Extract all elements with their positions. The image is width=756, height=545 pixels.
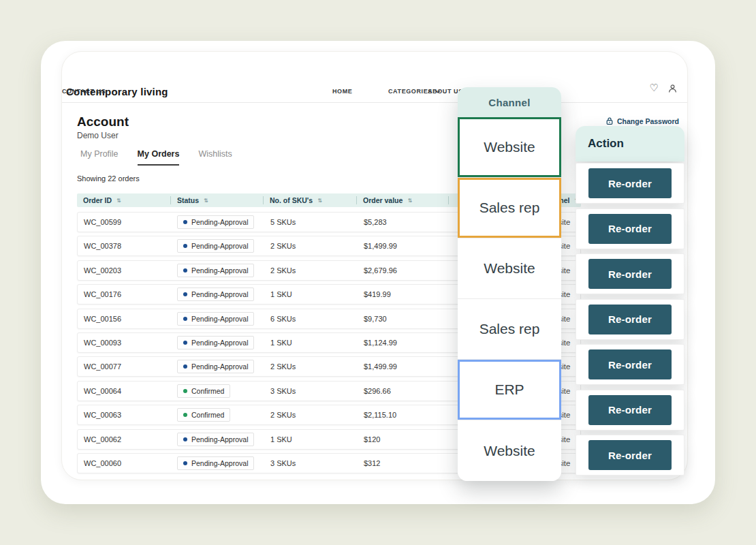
sku-count-cell: 2 SKUs	[264, 242, 358, 250]
channel-value-cell[interactable]: ERP	[458, 360, 561, 420]
tab[interactable]: Wishlists	[198, 149, 232, 166]
status-dot-icon	[183, 292, 187, 296]
order-value-cell: $120	[358, 435, 450, 443]
sku-count-cell: 1 SKU	[264, 290, 358, 298]
status-badge: Pending-Approval	[177, 360, 254, 373]
tab[interactable]: My Profile	[80, 149, 119, 166]
lock-icon	[605, 116, 614, 125]
order-value-cell: $1,499.99	[358, 242, 450, 250]
channel-overlay-cells: WebsiteSales repWebsiteSales repERPWebsi…	[458, 117, 561, 481]
order-id-cell: WC_00060	[78, 459, 172, 467]
action-overlay-rows: Re-order Re-order Re-order Re-order Re-o…	[576, 163, 684, 476]
topbar-icons: ♡	[650, 83, 678, 93]
reorder-button[interactable]: Re-order	[588, 395, 672, 425]
sku-count-cell: 5 SKUs	[264, 218, 358, 226]
status-dot-icon	[183, 244, 187, 248]
channel-value-cell[interactable]: Sales rep	[458, 178, 561, 238]
order-id-cell: WC_00093	[78, 339, 172, 347]
order-value-cell: $419.99	[358, 290, 450, 298]
channel-value-cell[interactable]: Sales rep	[458, 299, 561, 360]
channel-value-cell[interactable]: Website	[458, 420, 561, 481]
status-dot-icon	[183, 341, 187, 345]
action-row: Re-order	[576, 253, 684, 294]
change-password-label: Change Password	[617, 117, 679, 125]
col-header-order-id[interactable]: Order ID⇅	[77, 193, 171, 207]
channel-column-overlay: Channel WebsiteSales repWebsiteSales rep…	[458, 87, 561, 481]
nav-item[interactable]: CONTACT US	[62, 88, 106, 95]
channel-overlay-title: Channel	[458, 87, 561, 117]
tab[interactable]: My Orders	[138, 149, 180, 166]
order-value-cell: $1,124.99	[358, 339, 450, 347]
status-badge: Pending-Approval	[177, 456, 254, 470]
order-id-cell: WC_00599	[78, 218, 172, 226]
screenshot-stage: Contemporary living HOME CATEGORIES ABOU…	[0, 0, 756, 545]
order-value-cell: $312	[358, 459, 450, 467]
action-row: Re-order	[576, 163, 684, 204]
account-person-icon[interactable]	[667, 84, 678, 93]
status-dot-icon	[183, 437, 187, 441]
status-badge: Pending-Approval	[177, 312, 254, 326]
order-id-cell: WC_00064	[78, 387, 172, 395]
status-dot-icon	[183, 317, 187, 321]
status-badge: Pending-Approval	[177, 239, 254, 253]
order-value-cell: $2,679.96	[358, 266, 450, 275]
status-dot-icon	[183, 220, 187, 224]
sku-count-cell: 1 SKU	[264, 435, 358, 443]
status-badge: Pending-Approval	[177, 287, 254, 301]
sku-count-cell: 3 SKUs	[264, 459, 358, 467]
wishlist-heart-icon[interactable]: ♡	[650, 83, 659, 93]
order-id-cell: WC_00063	[78, 411, 172, 419]
action-row: Re-order	[576, 344, 684, 385]
status-badge: Pending-Approval	[177, 336, 254, 349]
sku-count-cell: 2 SKUs	[264, 266, 358, 275]
order-id-cell: WC_00077	[78, 362, 172, 371]
sort-icon: ⇅	[204, 198, 208, 204]
order-value-cell: $9,730	[358, 315, 450, 323]
sku-count-cell: 6 SKUs	[264, 315, 358, 323]
sku-count-cell: 3 SKUs	[264, 387, 358, 395]
status-dot-icon	[183, 364, 187, 369]
status-badge: Confirmed	[177, 408, 230, 422]
status-dot-icon	[183, 268, 187, 272]
action-column-overlay: Action Re-order Re-order Re-order Re-ord…	[576, 126, 684, 477]
order-value-cell: $2,115.10	[358, 411, 450, 419]
sort-icon: ⇅	[407, 198, 412, 204]
sort-icon: ⇅	[317, 198, 322, 204]
order-id-cell: WC_00378	[78, 242, 172, 250]
main-nav: HOME CATEGORIES ABOUT US CONTACT US	[62, 88, 687, 99]
order-id-cell: WC_00156	[78, 315, 172, 323]
action-row: Re-order	[576, 435, 684, 476]
status-dot-icon	[183, 389, 187, 393]
orders-count-text: Showing 22 orders	[77, 174, 140, 183]
sku-count-cell: 1 SKU	[264, 339, 358, 347]
action-overlay-title: Action	[576, 126, 684, 161]
status-dot-icon	[183, 461, 187, 465]
reorder-button[interactable]: Re-order	[588, 305, 672, 334]
status-dot-icon	[183, 413, 187, 417]
sku-count-cell: 2 SKUs	[264, 411, 358, 419]
action-row: Re-order	[576, 208, 684, 249]
channel-value-cell[interactable]: Website	[458, 117, 561, 178]
order-value-cell: $296.66	[358, 387, 450, 395]
status-badge: Pending-Approval	[177, 433, 254, 446]
order-id-cell: WC_00176	[78, 290, 172, 298]
action-row: Re-order	[576, 390, 684, 431]
reorder-button[interactable]: Re-order	[588, 168, 672, 198]
change-password-link[interactable]: Change Password	[605, 116, 679, 125]
account-tabs: My ProfileMy OrdersWishlists	[80, 149, 232, 166]
action-row: Re-order	[576, 299, 684, 340]
reorder-button[interactable]: Re-order	[588, 259, 672, 289]
page-title: Account	[77, 114, 129, 129]
nav-item[interactable]: HOME	[332, 88, 352, 95]
reorder-button[interactable]: Re-order	[588, 349, 672, 379]
reorder-button[interactable]: Re-order	[588, 440, 672, 470]
sort-icon: ⇅	[116, 198, 121, 204]
reorder-button[interactable]: Re-order	[588, 214, 672, 244]
col-header-order-value[interactable]: Order value⇅	[357, 193, 449, 207]
col-header-skus[interactable]: No. of SKU's⇅	[264, 193, 357, 207]
order-id-cell: WC_00203	[78, 266, 172, 275]
status-badge: Pending-Approval	[177, 264, 254, 277]
top-navbar: Contemporary living HOME CATEGORIES ABOU…	[62, 52, 687, 103]
channel-value-cell[interactable]: Website	[458, 238, 561, 299]
col-header-status[interactable]: Status⇅	[171, 193, 264, 207]
